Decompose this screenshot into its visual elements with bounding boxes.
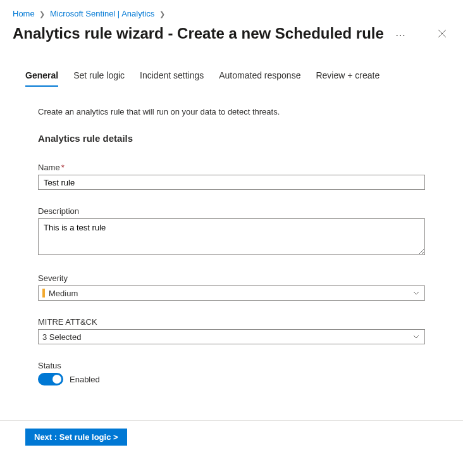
chevron-down-icon: [413, 290, 419, 296]
tab-incident-settings[interactable]: Incident settings: [140, 66, 204, 87]
next-button[interactable]: Next : Set rule logic >: [25, 429, 127, 446]
section-title: Analytics rule details: [38, 133, 425, 144]
field-mitre: MITRE ATT&CK 3 Selected: [38, 317, 425, 344]
status-label: Status: [38, 361, 425, 370]
chevron-down-icon: [413, 334, 419, 340]
name-label: Name*: [38, 163, 425, 172]
tab-strip: General Set rule logic Incident settings…: [0, 66, 463, 87]
severity-value: Medium: [49, 289, 78, 298]
status-toggle[interactable]: [38, 373, 63, 385]
toggle-thumb: [52, 375, 61, 384]
breadcrumb-sentinel-analytics[interactable]: Microsoft Sentinel | Analytics: [50, 9, 154, 18]
field-name: Name*: [38, 163, 425, 190]
mitre-dropdown[interactable]: 3 Selected: [38, 329, 425, 344]
mitre-value: 3 Selected: [42, 332, 81, 342]
name-label-text: Name: [38, 163, 60, 172]
tab-set-rule-logic[interactable]: Set rule logic: [73, 66, 125, 87]
breadcrumb: Home ❯ Microsoft Sentinel | Analytics ❯: [0, 0, 463, 22]
breadcrumb-home[interactable]: Home: [13, 9, 35, 18]
required-indicator: *: [61, 163, 65, 172]
severity-label: Severity: [38, 273, 425, 283]
field-description: Description This is a test rule: [38, 206, 425, 257]
intro-text: Create an analytics rule that will run o…: [38, 107, 425, 116]
description-label: Description: [38, 206, 425, 216]
chevron-right-icon: ❯: [37, 10, 47, 18]
footer-bar: Next : Set rule logic >: [0, 420, 463, 446]
status-toggle-row: Enabled: [38, 373, 425, 385]
mitre-label: MITRE ATT&CK: [38, 317, 425, 327]
description-input[interactable]: This is a test rule: [38, 218, 425, 255]
status-value: Enabled: [70, 375, 100, 384]
page-header: Analytics rule wizard - Create a new Sch…: [0, 22, 463, 50]
severity-color-indicator: [42, 289, 45, 298]
close-icon: [438, 29, 447, 38]
field-severity: Severity Medium: [38, 273, 425, 301]
page-title: Analytics rule wizard - Create a new Sch…: [13, 25, 384, 42]
tab-general[interactable]: General: [25, 66, 58, 87]
more-icon[interactable]: ⋯: [395, 30, 407, 41]
tab-review-create[interactable]: Review + create: [316, 66, 380, 87]
field-status: Status Enabled: [38, 361, 425, 385]
chevron-right-icon: ❯: [157, 10, 168, 18]
tab-automated-response[interactable]: Automated response: [219, 66, 300, 87]
severity-dropdown[interactable]: Medium: [38, 285, 425, 301]
form-body: Create an analytics rule that will run o…: [0, 87, 463, 385]
name-input[interactable]: [38, 175, 425, 190]
close-button[interactable]: [438, 29, 447, 38]
